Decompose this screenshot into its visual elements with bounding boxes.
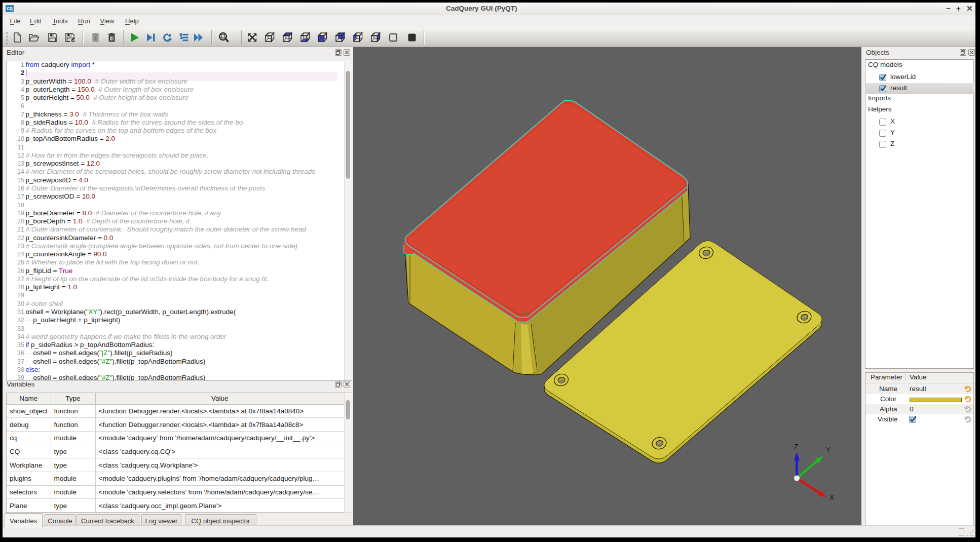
svg-text:Z: Z — [794, 442, 799, 451]
svg-text:X: X — [830, 493, 835, 501]
svg-text:Y: Y — [826, 445, 831, 454]
